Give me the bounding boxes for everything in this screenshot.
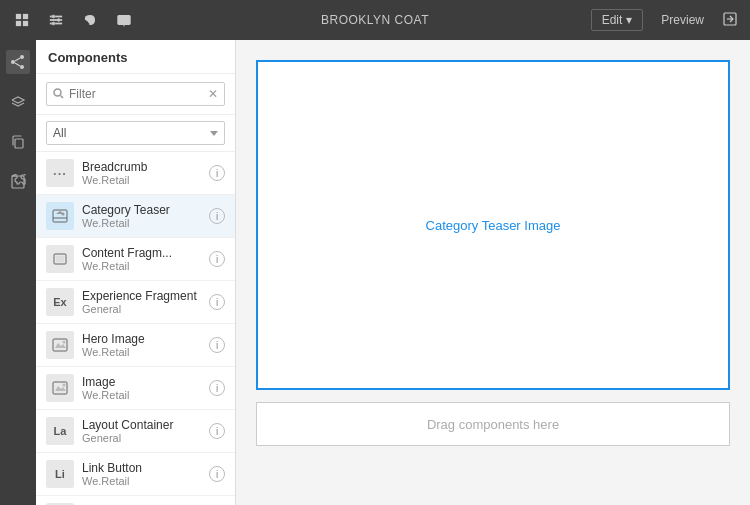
link-button-sub: We.Retail xyxy=(82,475,201,487)
page-title: BROOKLYN COAT xyxy=(321,13,429,27)
component-item-breadcrumb[interactable]: ··· Breadcrumb We.Retail i xyxy=(36,152,235,195)
breadcrumb-comp-icon: ··· xyxy=(46,159,74,187)
breadcrumb-info: Breadcrumb We.Retail xyxy=(82,160,201,186)
component-item-hero-image[interactable]: Hero Image We.Retail i xyxy=(36,324,235,367)
image-sub: We.Retail xyxy=(82,389,201,401)
top-bar-right: Edit ▾ Preview xyxy=(591,9,738,31)
drop-zone[interactable]: Drag components here xyxy=(256,402,730,446)
svg-line-26 xyxy=(61,95,64,98)
component-item-experience-fragment[interactable]: Ex Experience Fragment General i xyxy=(36,281,235,324)
image-info: Image We.Retail xyxy=(82,375,201,401)
drop-zone-label: Drag components here xyxy=(427,417,559,432)
preview-button[interactable]: Preview xyxy=(651,10,714,30)
component-item-category-teaser[interactable]: Category Teaser We.Retail i xyxy=(36,195,235,238)
components-panel: Components ✕ All ··· xyxy=(36,40,236,505)
edit-label: Edit xyxy=(602,13,623,27)
top-bar: BROOKLYN COAT Edit ▾ Preview xyxy=(0,0,750,40)
sidebar-layers-icon[interactable] xyxy=(6,90,30,114)
image-comp-icon xyxy=(46,374,74,402)
breadcrumb-name: Breadcrumb xyxy=(82,160,201,174)
svg-point-8 xyxy=(52,15,55,18)
image-name: Image xyxy=(82,375,201,389)
layout-container-info: Layout Container General xyxy=(82,418,201,444)
experience-fragment-info-btn[interactable]: i xyxy=(209,294,225,310)
layout-container-sub: General xyxy=(82,432,201,444)
svg-point-35 xyxy=(63,341,66,344)
content-fragment-info-btn[interactable]: i xyxy=(209,251,225,267)
main-layout: Components ✕ All ··· xyxy=(0,40,750,505)
svg-rect-32 xyxy=(56,256,64,262)
layout-container-info-btn[interactable]: i xyxy=(209,423,225,439)
svg-point-30 xyxy=(62,213,65,216)
teaser-image-label: Category Teaser Image xyxy=(426,218,561,233)
edit-button[interactable]: Edit ▾ xyxy=(591,9,644,31)
hero-image-sub: We.Retail xyxy=(82,346,201,358)
breadcrumb-info-btn[interactable]: i xyxy=(209,165,225,181)
undo-icon[interactable] xyxy=(80,10,100,30)
link-button-name: Link Button xyxy=(82,461,201,475)
experience-fragment-comp-icon: Ex xyxy=(46,288,74,316)
content-fragment-sub: We.Retail xyxy=(82,260,201,272)
filter-row: ✕ xyxy=(36,74,235,115)
component-item-list[interactable]: List We.Retail i xyxy=(36,496,235,505)
sidebar-copy-icon[interactable] xyxy=(6,130,30,154)
svg-point-10 xyxy=(57,19,60,22)
svg-point-20 xyxy=(20,65,24,69)
experience-fragment-info: Experience Fragment General xyxy=(82,289,201,315)
filter-clear-icon[interactable]: ✕ xyxy=(208,87,218,101)
category-teaser-name: Category Teaser xyxy=(82,203,201,217)
link-button-info: Link Button We.Retail xyxy=(82,461,201,487)
link-button-info-btn[interactable]: i xyxy=(209,466,225,482)
layout-container-comp-icon: La xyxy=(46,417,74,445)
category-teaser-sub: We.Retail xyxy=(82,217,201,229)
emulator-icon[interactable] xyxy=(114,10,134,30)
category-teaser-info: Category Teaser We.Retail xyxy=(82,203,201,229)
hero-image-comp-icon xyxy=(46,331,74,359)
link-button-comp-icon: Li xyxy=(46,460,74,488)
annotate-icon[interactable] xyxy=(722,11,738,30)
sidebar-puzzle-icon[interactable] xyxy=(6,170,30,194)
svg-point-25 xyxy=(54,89,61,96)
experience-fragment-sub: General xyxy=(82,303,201,315)
svg-line-22 xyxy=(15,63,20,66)
image-info-btn[interactable]: i xyxy=(209,380,225,396)
svg-point-18 xyxy=(20,55,24,59)
experience-fragment-name: Experience Fragment xyxy=(82,289,201,303)
component-item-content-fragment[interactable]: Content Fragm... We.Retail i xyxy=(36,238,235,281)
component-item-image[interactable]: Image We.Retail i xyxy=(36,367,235,410)
search-icon xyxy=(53,88,64,101)
svg-rect-2 xyxy=(16,21,21,26)
filter-input-wrap: ✕ xyxy=(46,82,225,106)
svg-rect-23 xyxy=(15,139,23,148)
component-item-link-button[interactable]: Li Link Button We.Retail i xyxy=(36,453,235,496)
sidebar-icons xyxy=(0,40,36,505)
category-teaser-info-btn[interactable]: i xyxy=(209,208,225,224)
svg-rect-1 xyxy=(23,14,28,19)
svg-marker-37 xyxy=(55,386,66,391)
sidebar-share-icon[interactable] xyxy=(6,50,30,74)
svg-point-38 xyxy=(63,384,66,387)
layout-icon[interactable] xyxy=(12,10,32,30)
svg-marker-34 xyxy=(55,343,66,348)
properties-icon[interactable] xyxy=(46,10,66,30)
top-bar-left xyxy=(12,10,134,30)
svg-point-12 xyxy=(52,22,55,25)
components-list: ··· Breadcrumb We.Retail i xyxy=(36,152,235,505)
content-area: Category Teaser Image Drag components he… xyxy=(236,40,750,505)
category-teaser-comp-icon xyxy=(46,202,74,230)
content-fragment-name: Content Fragm... xyxy=(82,246,201,260)
hero-image-info-btn[interactable]: i xyxy=(209,337,225,353)
hero-image-name: Hero Image xyxy=(82,332,201,346)
component-item-layout-container[interactable]: La Layout Container General i xyxy=(36,410,235,453)
svg-rect-3 xyxy=(23,21,28,26)
layout-container-name: Layout Container xyxy=(82,418,201,432)
teaser-image-box[interactable]: Category Teaser Image xyxy=(256,60,730,390)
category-select[interactable]: All xyxy=(46,121,225,145)
svg-rect-13 xyxy=(118,16,130,25)
svg-rect-0 xyxy=(16,14,21,19)
content-fragment-comp-icon xyxy=(46,245,74,273)
edit-chevron-icon: ▾ xyxy=(626,13,632,27)
filter-input[interactable] xyxy=(46,82,225,106)
components-panel-header: Components xyxy=(36,40,235,74)
hero-image-info: Hero Image We.Retail xyxy=(82,332,201,358)
